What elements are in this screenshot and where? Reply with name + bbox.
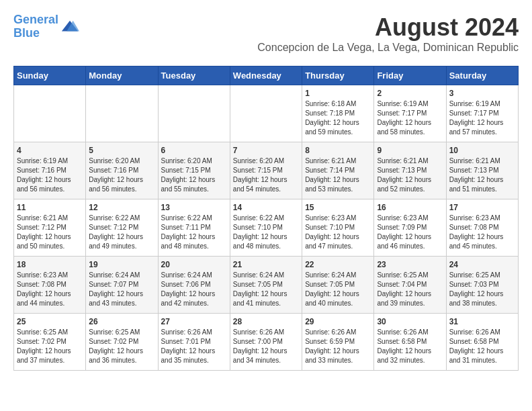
day-number: 9 — [377, 146, 443, 155]
day-number: 1 — [305, 89, 371, 98]
calendar-cell: 25Sunrise: 6:25 AM Sunset: 7:02 PM Dayli… — [14, 314, 86, 371]
day-number: 8 — [305, 146, 371, 155]
day-number: 10 — [449, 146, 515, 155]
calendar-cell: 11Sunrise: 6:21 AM Sunset: 7:12 PM Dayli… — [14, 199, 86, 257]
calendar-cell: 28Sunrise: 6:26 AM Sunset: 7:00 PM Dayli… — [230, 314, 302, 371]
weekday-header-sunday: Sunday — [14, 66, 86, 85]
calendar-cell: 16Sunrise: 6:23 AM Sunset: 7:09 PM Dayli… — [374, 199, 446, 257]
calendar-title: August 2024 — [257, 13, 519, 42]
day-number: 20 — [161, 260, 227, 269]
day-info: Sunrise: 6:21 AM Sunset: 7:14 PM Dayligh… — [305, 156, 371, 194]
day-number: 12 — [89, 203, 154, 212]
calendar-cell: 10Sunrise: 6:21 AM Sunset: 7:13 PM Dayli… — [446, 142, 518, 199]
calendar-cell: 21Sunrise: 6:24 AM Sunset: 7:05 PM Dayli… — [230, 257, 302, 314]
calendar-cell: 19Sunrise: 6:24 AM Sunset: 7:07 PM Dayli… — [86, 257, 158, 314]
weekday-header-row: SundayMondayTuesdayWednesdayThursdayFrid… — [14, 66, 519, 85]
day-info: Sunrise: 6:19 AM Sunset: 7:16 PM Dayligh… — [17, 156, 83, 194]
calendar-cell: 31Sunrise: 6:26 AM Sunset: 6:58 PM Dayli… — [446, 314, 518, 371]
calendar-cell: 13Sunrise: 6:22 AM Sunset: 7:11 PM Dayli… — [158, 199, 230, 257]
calendar-cell: 6Sunrise: 6:20 AM Sunset: 7:15 PM Daylig… — [158, 142, 230, 199]
day-info: Sunrise: 6:23 AM Sunset: 7:08 PM Dayligh… — [449, 214, 515, 251]
calendar-cell — [14, 85, 86, 142]
day-number: 2 — [377, 89, 443, 98]
calendar-cell: 24Sunrise: 6:25 AM Sunset: 7:03 PM Dayli… — [446, 257, 518, 314]
weekday-header-friday: Friday — [374, 66, 446, 85]
logo-line1: General — [13, 13, 58, 26]
calendar-cell: 23Sunrise: 6:25 AM Sunset: 7:04 PM Dayli… — [374, 257, 446, 314]
day-number: 28 — [233, 317, 299, 326]
logo: General Blue — [13, 13, 79, 40]
calendar-cell: 1Sunrise: 6:18 AM Sunset: 7:18 PM Daylig… — [302, 85, 374, 142]
day-info: Sunrise: 6:24 AM Sunset: 7:05 PM Dayligh… — [305, 271, 371, 308]
day-number: 19 — [89, 260, 154, 269]
calendar-cell — [230, 85, 302, 142]
day-info: Sunrise: 6:25 AM Sunset: 7:04 PM Dayligh… — [377, 271, 443, 308]
calendar-week-row: 11Sunrise: 6:21 AM Sunset: 7:12 PM Dayli… — [14, 199, 519, 257]
day-info: Sunrise: 6:20 AM Sunset: 7:15 PM Dayligh… — [233, 156, 299, 194]
weekday-header-monday: Monday — [86, 66, 158, 85]
day-number: 21 — [233, 260, 299, 269]
calendar-cell: 4Sunrise: 6:19 AM Sunset: 7:16 PM Daylig… — [14, 142, 86, 199]
weekday-header-tuesday: Tuesday — [158, 66, 230, 85]
calendar-cell: 22Sunrise: 6:24 AM Sunset: 7:05 PM Dayli… — [302, 257, 374, 314]
day-info: Sunrise: 6:26 AM Sunset: 6:58 PM Dayligh… — [377, 328, 443, 365]
weekday-header-thursday: Thursday — [302, 66, 374, 85]
calendar-week-row: 1Sunrise: 6:18 AM Sunset: 7:18 PM Daylig… — [14, 85, 519, 142]
day-info: Sunrise: 6:18 AM Sunset: 7:18 PM Dayligh… — [305, 99, 371, 137]
day-number: 29 — [305, 317, 371, 326]
calendar-cell: 26Sunrise: 6:25 AM Sunset: 7:02 PM Dayli… — [86, 314, 158, 371]
calendar-table: SundayMondayTuesdayWednesdayThursdayFrid… — [13, 66, 519, 371]
day-number: 5 — [89, 146, 154, 155]
title-section: August 2024 Concepcion de La Vega, La Ve… — [257, 13, 519, 59]
day-info: Sunrise: 6:26 AM Sunset: 6:59 PM Dayligh… — [305, 328, 371, 365]
day-info: Sunrise: 6:19 AM Sunset: 7:17 PM Dayligh… — [449, 99, 515, 137]
day-info: Sunrise: 6:24 AM Sunset: 7:05 PM Dayligh… — [233, 271, 299, 308]
day-info: Sunrise: 6:24 AM Sunset: 7:07 PM Dayligh… — [89, 271, 154, 308]
day-info: Sunrise: 6:20 AM Sunset: 7:16 PM Dayligh… — [89, 156, 154, 194]
day-info: Sunrise: 6:24 AM Sunset: 7:06 PM Dayligh… — [161, 271, 227, 308]
day-info: Sunrise: 6:19 AM Sunset: 7:17 PM Dayligh… — [377, 99, 443, 137]
day-number: 30 — [377, 317, 443, 326]
day-info: Sunrise: 6:25 AM Sunset: 7:03 PM Dayligh… — [449, 271, 515, 308]
calendar-cell — [158, 85, 230, 142]
day-info: Sunrise: 6:22 AM Sunset: 7:12 PM Dayligh… — [89, 214, 154, 251]
day-number: 17 — [449, 203, 515, 212]
day-number: 4 — [17, 146, 83, 155]
day-number: 31 — [449, 317, 515, 326]
day-number: 23 — [377, 260, 443, 269]
day-info: Sunrise: 6:22 AM Sunset: 7:11 PM Dayligh… — [161, 214, 227, 251]
day-number: 25 — [17, 317, 83, 326]
day-number: 22 — [305, 260, 371, 269]
logo-icon — [60, 17, 79, 36]
day-info: Sunrise: 6:21 AM Sunset: 7:13 PM Dayligh… — [377, 156, 443, 194]
day-info: Sunrise: 6:21 AM Sunset: 7:12 PM Dayligh… — [17, 214, 83, 251]
calendar-cell: 5Sunrise: 6:20 AM Sunset: 7:16 PM Daylig… — [86, 142, 158, 199]
day-info: Sunrise: 6:26 AM Sunset: 6:58 PM Dayligh… — [449, 328, 515, 365]
day-number: 13 — [161, 203, 227, 212]
weekday-header-saturday: Saturday — [446, 66, 518, 85]
day-number: 26 — [89, 317, 154, 326]
logo-line2: Blue — [13, 26, 40, 40]
day-number: 27 — [161, 317, 227, 326]
calendar-cell: 15Sunrise: 6:23 AM Sunset: 7:10 PM Dayli… — [302, 199, 374, 257]
day-info: Sunrise: 6:23 AM Sunset: 7:10 PM Dayligh… — [305, 214, 371, 251]
day-number: 3 — [449, 89, 515, 98]
day-info: Sunrise: 6:20 AM Sunset: 7:15 PM Dayligh… — [161, 156, 227, 194]
day-number: 24 — [449, 260, 515, 269]
calendar-cell: 3Sunrise: 6:19 AM Sunset: 7:17 PM Daylig… — [446, 85, 518, 142]
calendar-subtitle: Concepcion de La Vega, La Vega, Dominica… — [257, 42, 519, 54]
calendar-cell: 30Sunrise: 6:26 AM Sunset: 6:58 PM Dayli… — [374, 314, 446, 371]
calendar-week-row: 25Sunrise: 6:25 AM Sunset: 7:02 PM Dayli… — [14, 314, 519, 371]
calendar-cell: 14Sunrise: 6:22 AM Sunset: 7:10 PM Dayli… — [230, 199, 302, 257]
calendar-cell: 17Sunrise: 6:23 AM Sunset: 7:08 PM Dayli… — [446, 199, 518, 257]
calendar-cell: 9Sunrise: 6:21 AM Sunset: 7:13 PM Daylig… — [374, 142, 446, 199]
calendar-cell: 20Sunrise: 6:24 AM Sunset: 7:06 PM Dayli… — [158, 257, 230, 314]
day-info: Sunrise: 6:26 AM Sunset: 7:01 PM Dayligh… — [161, 328, 227, 365]
day-info: Sunrise: 6:23 AM Sunset: 7:09 PM Dayligh… — [377, 214, 443, 251]
day-info: Sunrise: 6:23 AM Sunset: 7:08 PM Dayligh… — [17, 271, 83, 308]
calendar-cell: 12Sunrise: 6:22 AM Sunset: 7:12 PM Dayli… — [86, 199, 158, 257]
day-info: Sunrise: 6:25 AM Sunset: 7:02 PM Dayligh… — [17, 328, 83, 365]
day-number: 7 — [233, 146, 299, 155]
day-info: Sunrise: 6:26 AM Sunset: 7:00 PM Dayligh… — [233, 328, 299, 365]
day-number: 16 — [377, 203, 443, 212]
